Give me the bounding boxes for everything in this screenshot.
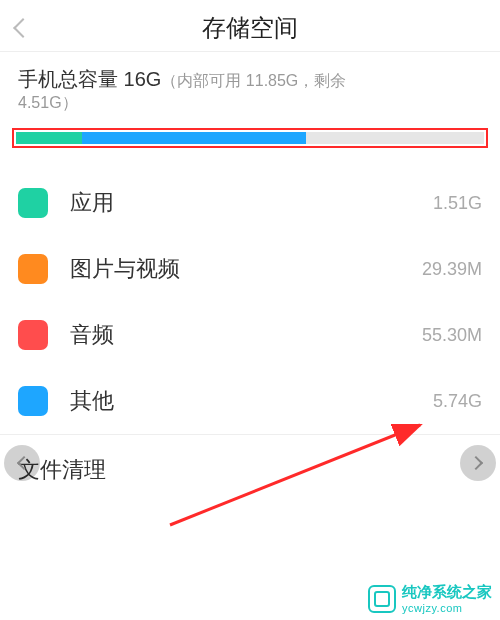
category-row[interactable]: 其他5.74G — [0, 368, 500, 434]
category-color-icon — [18, 386, 48, 416]
category-row[interactable]: 图片与视频29.39M — [0, 236, 500, 302]
carousel-prev-button[interactable] — [4, 445, 40, 481]
storage-bar — [16, 132, 484, 144]
watermark-text: 纯净系统之家 — [402, 583, 492, 602]
watermark-url: ycwjzy.com — [402, 602, 492, 614]
watermark-logo-icon — [368, 585, 396, 613]
summary-close: ） — [62, 94, 78, 111]
storage-bar-segment — [82, 132, 307, 144]
category-value: 1.51G — [433, 193, 482, 214]
summary-prefix: 手机总容量 — [18, 68, 124, 90]
file-cleanup-row[interactable]: 文件清理 — [0, 434, 500, 505]
storage-bar-highlight — [12, 128, 488, 148]
summary-mid: ，剩余 — [298, 72, 346, 89]
category-label: 应用 — [70, 188, 433, 218]
storage-summary: 手机总容量 16G（内部可用 11.85G，剩余4.51G） — [0, 52, 500, 122]
category-label: 音频 — [70, 320, 422, 350]
summary-total: 16G — [124, 68, 162, 90]
summary-internal: 11.85G — [246, 72, 298, 89]
category-value: 55.30M — [422, 325, 482, 346]
category-label: 其他 — [70, 386, 433, 416]
category-color-icon — [18, 254, 48, 284]
page-title: 存储空间 — [0, 12, 500, 44]
category-row[interactable]: 音频55.30M — [0, 302, 500, 368]
chevron-left-icon — [17, 456, 31, 470]
category-list: 应用1.51G图片与视频29.39M音频55.30M其他5.74G — [0, 170, 500, 434]
category-row[interactable]: 应用1.51G — [0, 170, 500, 236]
summary-remaining: 4.51G — [18, 94, 62, 111]
category-label: 图片与视频 — [70, 254, 422, 284]
category-value: 5.74G — [433, 391, 482, 412]
summary-open: （内部可用 — [161, 72, 245, 89]
carousel-next-button[interactable] — [460, 445, 496, 481]
chevron-right-icon — [469, 456, 483, 470]
storage-bar-segment — [16, 132, 82, 144]
watermark: 纯净系统之家 ycwjzy.com — [368, 583, 492, 614]
header: 存储空间 — [0, 4, 500, 52]
category-value: 29.39M — [422, 259, 482, 280]
category-color-icon — [18, 320, 48, 350]
category-color-icon — [18, 188, 48, 218]
